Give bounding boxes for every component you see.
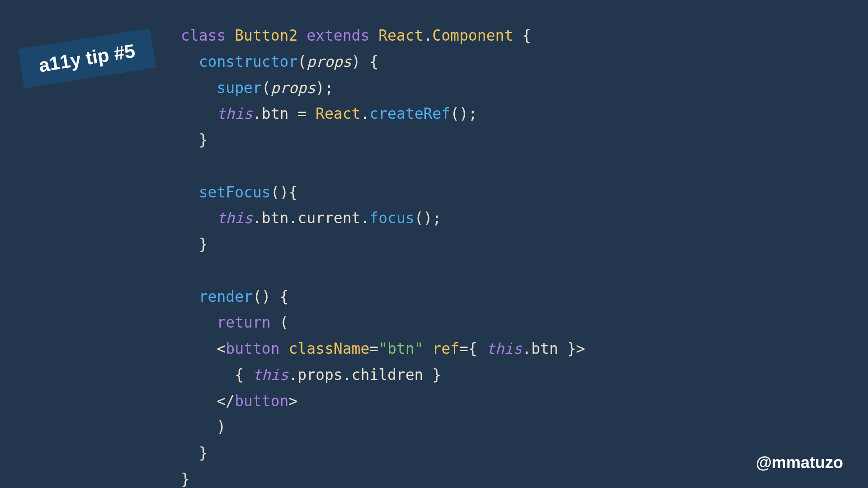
code-token: (); xyxy=(415,209,442,227)
code-token xyxy=(181,53,199,70)
code-token: } xyxy=(181,131,208,149)
code-line: this.btn.current.focus(); xyxy=(181,205,585,231)
code-token: . xyxy=(343,366,352,384)
code-token: this xyxy=(486,340,522,357)
code-token: render xyxy=(199,288,253,305)
code-token: return xyxy=(217,314,279,331)
code-token: ); xyxy=(316,79,334,97)
code-token: > xyxy=(576,340,585,357)
code-token: . xyxy=(423,27,432,44)
code-token xyxy=(181,340,217,357)
code-token xyxy=(181,157,190,175)
code-token: props xyxy=(271,79,316,97)
tip-badge-text: a11y tip #5 xyxy=(38,40,137,76)
code-token: . xyxy=(360,105,369,122)
code-token: class xyxy=(181,27,235,44)
code-token: current xyxy=(297,209,360,227)
code-token: super xyxy=(217,79,261,97)
code-token: () { xyxy=(253,288,288,305)
code-token: < xyxy=(217,340,226,357)
code-token: props xyxy=(307,53,351,70)
code-token: className xyxy=(288,340,369,357)
code-line: { this.props.children } xyxy=(181,362,585,388)
code-token: children xyxy=(352,366,433,384)
code-line xyxy=(181,258,585,284)
code-token: setFocus xyxy=(199,183,271,201)
code-line: class Button2 extends React.Component { xyxy=(181,23,585,49)
code-token: Button2 xyxy=(235,27,307,44)
code-token xyxy=(181,392,217,410)
code-token: ( xyxy=(262,79,271,97)
code-token xyxy=(181,79,217,97)
code-token: } xyxy=(567,340,576,357)
code-token: ref xyxy=(432,340,459,357)
code-token: . xyxy=(288,209,297,227)
code-token xyxy=(181,183,199,201)
code-line: return ( xyxy=(181,310,585,336)
code-token xyxy=(181,288,199,305)
code-token: { xyxy=(522,27,531,44)
code-line: this.btn = React.createRef(); xyxy=(181,101,585,127)
code-token: ) { xyxy=(352,53,379,70)
code-token: button xyxy=(235,392,288,410)
code-line: } xyxy=(181,466,585,488)
code-token: = xyxy=(369,340,378,357)
code-token: . xyxy=(522,340,531,357)
code-token: React xyxy=(316,105,360,122)
code-token: . xyxy=(253,209,262,227)
code-token: . xyxy=(360,209,369,227)
code-token: this xyxy=(217,209,252,227)
code-token: ={ xyxy=(459,340,486,357)
code-token: = xyxy=(297,105,316,122)
code-token: (); xyxy=(450,105,477,122)
code-token: React xyxy=(378,27,423,44)
code-token: btn xyxy=(262,209,289,227)
code-token: (){ xyxy=(271,183,298,201)
code-token: } xyxy=(181,470,190,488)
code-token: . xyxy=(253,105,262,122)
code-token xyxy=(181,262,190,279)
code-line: } xyxy=(181,231,585,258)
code-token: } xyxy=(181,235,208,253)
code-line: } xyxy=(181,440,585,466)
code-token: > xyxy=(288,392,297,410)
code-token: </ xyxy=(217,392,235,410)
code-token xyxy=(181,105,217,122)
code-line: ) xyxy=(181,414,585,440)
code-token: . xyxy=(288,366,297,384)
code-line xyxy=(181,153,585,179)
code-line: </button> xyxy=(181,388,585,414)
code-token xyxy=(181,209,217,227)
code-token: } xyxy=(181,444,208,462)
code-token: createRef xyxy=(369,105,450,122)
code-token: this xyxy=(217,105,252,122)
code-line: } xyxy=(181,127,585,153)
code-token: focus xyxy=(369,209,414,227)
code-line: setFocus(){ xyxy=(181,179,585,206)
code-token: { xyxy=(181,366,253,384)
code-line: render() { xyxy=(181,284,585,310)
code-token: ( xyxy=(280,314,289,331)
code-line: super(props); xyxy=(181,75,585,101)
code-token: constructor xyxy=(199,53,298,70)
code-token: extends xyxy=(307,27,378,44)
code-token: } xyxy=(432,366,441,384)
author-handle-text: @mmatuzo xyxy=(756,453,843,472)
tip-badge: a11y tip #5 xyxy=(18,28,156,88)
code-snippet: class Button2 extends React.Component { … xyxy=(181,23,585,488)
code-token: this xyxy=(253,366,288,384)
code-token: "btn" xyxy=(378,340,432,357)
code-token: props xyxy=(297,366,342,384)
code-token: btn xyxy=(262,105,297,122)
author-handle: @mmatuzo xyxy=(756,453,843,472)
code-line: constructor(props) { xyxy=(181,49,585,75)
code-token: Component xyxy=(432,27,522,44)
code-line: <button className="btn" ref={ this.btn }… xyxy=(181,336,585,362)
code-token: btn xyxy=(531,340,567,357)
code-token: ) xyxy=(181,418,226,436)
code-token: ( xyxy=(297,53,307,70)
code-token: button xyxy=(226,340,288,357)
code-token xyxy=(181,314,217,331)
